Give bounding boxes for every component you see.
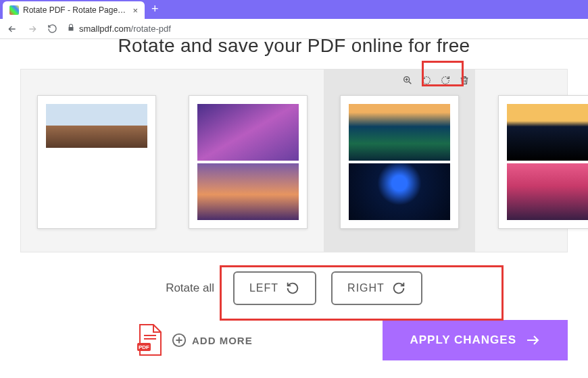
page-thumbnail[interactable] — [21, 70, 172, 252]
url-text: smallpdf.com/rotate-pdf — [79, 24, 171, 34]
back-icon[interactable] — [7, 24, 18, 34]
page-image — [507, 163, 588, 220]
page-thumbnail[interactable] — [172, 70, 324, 252]
new-tab-button[interactable]: + — [145, 2, 166, 19]
annotation-highlight — [422, 61, 464, 86]
pages-row — [21, 70, 567, 252]
page-image — [46, 104, 147, 148]
forward-icon[interactable] — [27, 24, 38, 34]
add-more-group: PDF ADD MORE — [135, 324, 253, 356]
page-card — [37, 95, 156, 229]
page-card — [340, 95, 459, 229]
page-card — [189, 95, 308, 229]
page-image — [349, 104, 450, 161]
page-image — [197, 163, 299, 220]
page-thumbnail[interactable] — [324, 70, 475, 252]
favicon-icon — [9, 5, 19, 15]
arrow-right-icon — [524, 332, 541, 348]
page-image — [349, 163, 450, 220]
reload-icon[interactable] — [47, 24, 57, 34]
add-more-button[interactable]: ADD MORE — [172, 333, 253, 348]
page-image — [507, 104, 588, 161]
page-card — [498, 95, 588, 229]
rotate-all-label: Rotate all — [166, 281, 214, 295]
svg-text:PDF: PDF — [139, 344, 149, 350]
url-field[interactable]: smallpdf.com/rotate-pdf — [67, 24, 581, 34]
browser-tab[interactable]: Rotate PDF - Rotate Pages Onlin × — [3, 1, 145, 19]
annotation-highlight — [220, 265, 504, 321]
page-title: Rotate and save your PDF online for free — [0, 35, 588, 57]
tab-title: Rotate PDF - Rotate Pages Onlin — [23, 5, 128, 15]
plus-circle-icon — [172, 333, 187, 348]
page-thumbnail[interactable] — [475, 70, 588, 252]
page-image — [197, 104, 299, 161]
close-tab-icon[interactable]: × — [132, 5, 138, 16]
lock-icon — [67, 24, 75, 34]
pages-workspace — [20, 69, 568, 252]
browser-tabstrip: Rotate PDF - Rotate Pages Onlin × + — [0, 0, 588, 19]
bottom-actions: PDF ADD MORE APPLY CHANGES — [135, 320, 568, 360]
apply-changes-button[interactable]: APPLY CHANGES — [383, 320, 568, 360]
zoom-in-icon[interactable] — [399, 72, 416, 88]
pdf-file-icon: PDF — [135, 324, 162, 356]
